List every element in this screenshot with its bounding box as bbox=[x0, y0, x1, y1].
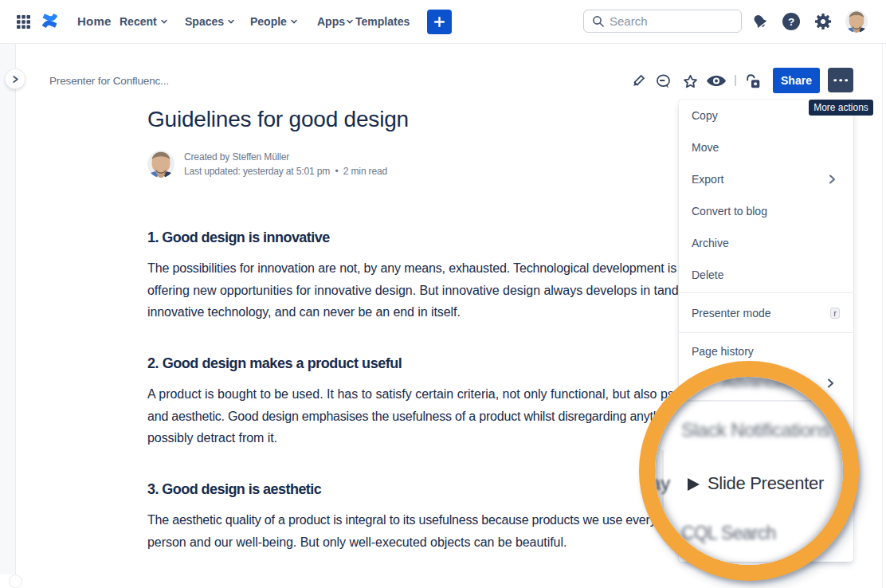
svg-text:?: ? bbox=[788, 16, 794, 28]
